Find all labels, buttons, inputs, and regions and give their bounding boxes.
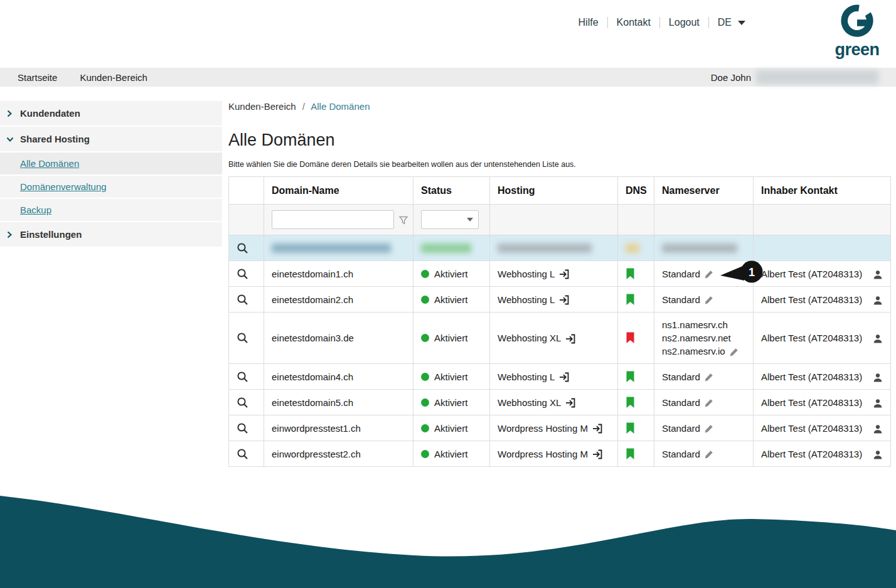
nameserver-value: ns1.namesrv.ch xyxy=(662,319,728,330)
edit-nameserver-icon[interactable] xyxy=(729,346,739,356)
redacted-hosting-block xyxy=(498,243,592,253)
hosting-login-icon[interactable] xyxy=(592,448,602,459)
col-domain-name: Domain-Name xyxy=(264,177,413,205)
contact-person-icon[interactable] xyxy=(873,422,883,434)
hosting-login-icon[interactable] xyxy=(565,332,575,343)
status-label: Aktiviert xyxy=(434,294,467,305)
status-dot-icon xyxy=(421,450,429,458)
hosting-login-icon[interactable] xyxy=(559,268,569,279)
nameserver-value: Standard xyxy=(662,423,700,434)
contact-person-icon[interactable] xyxy=(873,268,883,279)
contact-person-icon[interactable] xyxy=(873,371,883,382)
user-name: Doe John xyxy=(711,72,751,83)
dns-bookmark-icon xyxy=(626,293,635,304)
chevron-right-icon xyxy=(6,231,20,238)
sidebar-section-label: Shared Hosting xyxy=(20,134,90,144)
row-search-icon[interactable] xyxy=(237,267,248,278)
page-title: Alle Domänen xyxy=(228,131,891,150)
logout-link[interactable]: Logout xyxy=(669,17,700,28)
annotation-label: 1 xyxy=(749,266,755,279)
row-search-icon[interactable] xyxy=(237,422,248,432)
status-dot-icon xyxy=(421,334,429,342)
logo-wordmark: green xyxy=(828,41,886,58)
sidebar-link[interactable]: Alle Domänen xyxy=(20,158,79,169)
footer-wave xyxy=(0,481,896,588)
col-status: Status xyxy=(413,177,490,205)
edit-nameserver-icon[interactable] xyxy=(704,294,713,305)
row-search-icon[interactable] xyxy=(237,332,248,343)
main-nav: Startseite Kunden-Bereich Doe John xyxy=(0,68,896,87)
hosting-login-icon[interactable] xyxy=(559,294,569,305)
col-inhaber-kontakt: Inhaber Kontakt xyxy=(754,177,891,205)
sidebar-section-label: Einstellungen xyxy=(20,229,82,240)
status-label: Aktiviert xyxy=(434,372,467,382)
sidebar-link[interactable]: Backup xyxy=(20,205,51,215)
table-row: einetestdomain3.deAktiviertWebhosting XL… xyxy=(229,313,891,364)
sidebar-item-domaenenverwaltung[interactable]: Domänenverwaltung xyxy=(0,176,222,199)
domain-name: einwordpresstest1.ch xyxy=(272,423,361,434)
row-search-icon[interactable] xyxy=(237,447,248,458)
hosting-label: Webhosting L xyxy=(498,269,555,279)
edit-nameserver-icon[interactable] xyxy=(704,269,713,279)
edit-nameserver-icon[interactable] xyxy=(704,449,713,459)
sidebar-section-einstellungen[interactable]: Einstellungen xyxy=(0,222,222,248)
dns-bookmark-icon xyxy=(626,267,635,278)
hosting-login-icon[interactable] xyxy=(559,371,569,382)
contact-name: Albert Test (AT2048313) xyxy=(761,269,862,279)
sidebar-section-kundendaten[interactable]: Kundendaten xyxy=(0,101,222,127)
green-logo-mark-icon xyxy=(838,4,876,40)
contact-name: Albert Test (AT2048313) xyxy=(761,449,862,459)
domain-filter-input[interactable] xyxy=(272,210,394,229)
domain-name: einetestdomain3.de xyxy=(272,333,354,343)
status-label: Aktiviert xyxy=(434,269,467,279)
status-dot-icon xyxy=(421,424,429,432)
hosting-login-icon[interactable] xyxy=(592,422,602,434)
sidebar-section-shared-hosting[interactable]: Shared Hosting xyxy=(0,127,222,152)
language-selector[interactable]: DE xyxy=(718,17,745,28)
contact-link[interactable]: Kontakt xyxy=(617,17,651,28)
sidebar-item-alle-domaenen[interactable]: Alle Domänen xyxy=(0,152,222,176)
contact-person-icon[interactable] xyxy=(873,397,883,408)
green-logo[interactable]: green xyxy=(828,4,886,58)
contact-name: Albert Test (AT2048313) xyxy=(761,397,862,408)
edit-nameserver-icon[interactable] xyxy=(704,372,713,382)
contact-person-icon[interactable] xyxy=(873,448,883,459)
breadcrumb-parent[interactable]: Kunden-Bereich xyxy=(228,101,296,112)
nameserver-value: Standard xyxy=(662,397,700,408)
status-dot-icon xyxy=(421,270,429,278)
contact-person-icon[interactable] xyxy=(873,333,883,344)
hosting-label: Webhosting L xyxy=(498,294,555,305)
dns-bookmark-icon xyxy=(626,447,635,458)
table-row-redacted xyxy=(229,235,891,261)
nameserver-value: ns2.namesrv.net xyxy=(662,333,731,343)
help-link[interactable]: Hilfe xyxy=(579,17,599,28)
dns-bookmark-icon xyxy=(626,370,635,381)
edit-nameserver-icon[interactable] xyxy=(704,423,713,434)
table-row: einwordpresstest1.chAktiviertWordpress H… xyxy=(229,415,891,441)
filter-icon[interactable] xyxy=(399,214,408,225)
user-redacted-block xyxy=(756,70,878,84)
hosting-label: Wordpress Hosting M xyxy=(498,423,588,434)
domain-name: einetestdomain1.ch xyxy=(272,269,353,279)
hosting-login-icon[interactable] xyxy=(565,397,575,408)
row-search-icon[interactable] xyxy=(237,396,248,407)
sidebar-link[interactable]: Domänenverwaltung xyxy=(20,181,107,192)
col-nameserver: Nameserver xyxy=(654,177,754,205)
redacted-nameserver-block xyxy=(662,243,737,253)
row-search-icon[interactable] xyxy=(237,293,248,304)
row-search-icon[interactable] xyxy=(237,242,248,252)
nameserver-value: ns2.namesrv.io xyxy=(662,346,725,356)
nav-startseite[interactable]: Startseite xyxy=(18,72,57,83)
sidebar-item-backup[interactable]: Backup xyxy=(0,199,222,222)
divider xyxy=(708,17,709,28)
nav-kunden-bereich[interactable]: Kunden-Bereich xyxy=(80,72,147,83)
contact-name: Albert Test (AT2048313) xyxy=(761,423,862,434)
domain-name: einetestdomain5.ch xyxy=(272,397,353,408)
row-search-icon[interactable] xyxy=(237,370,248,381)
status-label: Aktiviert xyxy=(434,423,467,434)
contact-person-icon[interactable] xyxy=(873,294,883,305)
edit-nameserver-icon[interactable] xyxy=(704,397,713,408)
dns-bookmark-icon xyxy=(626,332,635,343)
domain-name: einwordpresstest2.ch xyxy=(272,449,361,459)
status-filter-select[interactable] xyxy=(421,210,479,229)
